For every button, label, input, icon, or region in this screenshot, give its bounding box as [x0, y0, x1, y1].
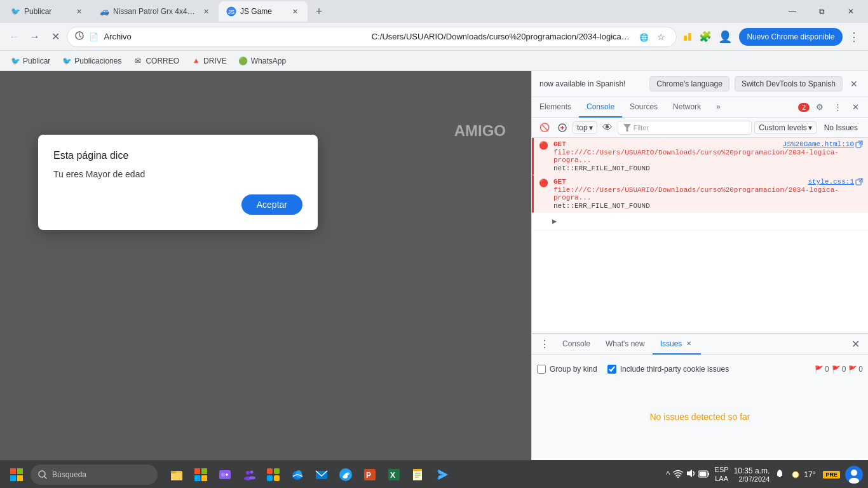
console-error-text-2: net::ERR_FILE_NOT_FOUND — [553, 202, 863, 210]
address-bar[interactable]: 📄 Archivo C:/Users/USUARIO/Downloads/cur… — [67, 27, 677, 47]
error-icon-2: 🔴 — [539, 179, 548, 188]
console-link-1[interactable]: JS%20Game.html:10 — [783, 140, 863, 148]
bookmark-correo[interactable]: ✉ CORREO — [128, 53, 184, 69]
console-link-2[interactable]: style.css:1 — [808, 178, 863, 186]
bookmark-publicaciones[interactable]: 🐦 Publicaciones — [57, 53, 126, 69]
taskbar-app-powerpoint[interactable]: P — [358, 463, 381, 486]
issues-tab-close[interactable]: ✕ — [684, 339, 693, 348]
new-tab-button[interactable]: + — [310, 3, 328, 20]
bookmark-correo-icon: ✉ — [133, 56, 143, 66]
lang-devtools-button[interactable]: Switch DevTools to Spanish — [735, 76, 843, 92]
forward-button[interactable]: → — [25, 27, 43, 47]
translate-icon[interactable]: 🌐 — [637, 29, 652, 44]
weather-widget[interactable]: 17° — [790, 469, 815, 480]
taskbar-app-vscode[interactable] — [431, 463, 454, 486]
close-button[interactable]: ✕ — [836, 0, 865, 23]
back-button[interactable]: ← — [5, 27, 23, 47]
svg-rect-46 — [413, 469, 422, 471]
tab-jsgame[interactable]: JS JS Game ✕ — [219, 1, 308, 22]
context-selector[interactable]: top ▾ — [573, 121, 597, 134]
levels-selector[interactable]: Custom levels ▾ — [754, 121, 816, 134]
bookmark-publicaciones-icon: 🐦 — [62, 56, 72, 66]
devtools-close-button[interactable]: ✕ — [848, 100, 863, 115]
eye-button[interactable]: 👁 — [600, 120, 615, 135]
devtools-settings-button[interactable]: ⚙ — [812, 100, 827, 115]
bookmark-drive[interactable]: 🔺 DRIVE — [186, 53, 232, 69]
devtools-tab-sources[interactable]: Sources — [622, 97, 665, 118]
maximize-button[interactable]: ⧉ — [807, 0, 836, 23]
taskbar-app-teams[interactable] — [238, 463, 261, 486]
tab-jsgame-close[interactable]: ✕ — [290, 6, 300, 17]
clear-console-button[interactable]: 🚫 — [537, 120, 552, 135]
tab-nissan-close[interactable]: ✕ — [201, 6, 211, 17]
include-third-party-checkbox[interactable] — [607, 365, 616, 374]
svg-point-38 — [295, 470, 302, 478]
profile-btn[interactable]: 👤 — [716, 27, 734, 47]
bottom-panel-close[interactable]: ✕ — [848, 337, 863, 352]
tab-nissan[interactable]: 🚙 Nissan Patrol Grx 4x4 3000cc M ✕ — [92, 1, 219, 22]
bookmark-icon[interactable]: ☆ — [653, 29, 668, 44]
devtools-tab-console[interactable]: Console — [579, 97, 622, 118]
taskbar-app-store[interactable] — [262, 463, 285, 486]
wifi-icon[interactable] — [673, 468, 683, 480]
console-expand-btn[interactable]: ▶ — [552, 215, 557, 227]
tab-nissan-favicon: 🚙 — [99, 6, 109, 17]
tab-publicar[interactable]: 🐦 Publicar ✕ — [3, 1, 92, 22]
dialog-accept-button[interactable]: Aceptar — [241, 194, 302, 215]
tab-publicar-favicon: 🐦 — [10, 6, 20, 17]
taskbar-app-arcade[interactable] — [214, 463, 236, 486]
chrome-menu-button[interactable]: ⋮ — [845, 27, 863, 47]
taskbar-app-windows[interactable] — [189, 463, 212, 486]
console-filter-input[interactable]: Filter — [618, 121, 752, 135]
lang-chrome-button[interactable]: Chrome's language — [649, 76, 729, 92]
bp-tab-whats-new[interactable]: What's new — [598, 334, 653, 355]
bottom-panel-tabs: ⋮ Console What's new Issues ✕ ✕ — [532, 334, 868, 355]
svg-point-30 — [250, 470, 254, 473]
start-button[interactable] — [5, 463, 28, 486]
battery-icon[interactable] — [698, 470, 710, 480]
tab-publicar-close[interactable]: ✕ — [74, 6, 84, 17]
console-msg-line1-1: GET JS%20Game.html:10 — [553, 140, 863, 148]
taskbar-app-mail[interactable] — [310, 463, 333, 486]
chrome-update-button[interactable]: Nuevo Chrome disponible — [739, 28, 842, 46]
bookmark-whatsapp-icon: 🟢 — [238, 56, 248, 66]
devtools-tab-more[interactable]: » — [709, 97, 728, 118]
svg-point-32 — [249, 476, 255, 479]
console-msg-content-2: GET style.css:1 file:///C:/Users/USUARIO… — [553, 178, 863, 210]
group-by-kind-label[interactable]: Group by kind — [537, 365, 597, 374]
minimize-button[interactable]: — — [778, 0, 807, 23]
taskbar-app-edge[interactable] — [286, 463, 309, 486]
user-avatar[interactable] — [845, 466, 863, 484]
bottom-panel-menu-btn[interactable]: ⋮ — [537, 337, 552, 352]
chevron-up-icon[interactable]: ^ — [666, 470, 670, 480]
filter-toggle-button[interactable] — [555, 120, 570, 135]
devtools-tab-network[interactable]: Network — [665, 97, 709, 118]
svg-point-50 — [677, 477, 678, 478]
notifications-icon[interactable] — [775, 468, 785, 480]
volume-icon[interactable] — [686, 468, 696, 480]
svg-line-17 — [44, 477, 46, 478]
taskbar-search[interactable]: Búsqueda — [31, 464, 158, 485]
lang-indicator: ESP LAA — [715, 466, 729, 482]
taskbar-app-files[interactable] — [165, 463, 188, 486]
devtools-tab-elements[interactable]: Elements — [532, 97, 579, 118]
taskbar-app-excel[interactable]: X — [383, 463, 405, 486]
bookmark-publicar[interactable]: 🐦 Publicar — [5, 53, 55, 69]
console-toolbar: 🚫 top ▾ 👁 Filter Custom levels ▾ No Is — [532, 118, 868, 138]
extension-btn1[interactable] — [679, 28, 695, 46]
bookmark-whatsapp[interactable]: 🟢 WhatsApp — [233, 53, 291, 69]
extension-btn2[interactable]: 🧩 — [698, 28, 714, 46]
devtools-tabs: Elements Console Sources Network » 2 ⚙ ⋮… — [532, 97, 868, 118]
include-third-party-label[interactable]: Include third-party cookie issues — [607, 365, 729, 374]
bp-tab-issues[interactable]: Issues ✕ — [653, 334, 702, 355]
reload-button[interactable]: ✕ — [46, 27, 64, 47]
group-by-kind-checkbox[interactable] — [537, 365, 546, 374]
no-issues-badge[interactable]: No Issues — [819, 122, 863, 133]
bp-tab-console[interactable]: Console — [555, 334, 598, 355]
bookmarks-bar: 🐦 Publicar 🐦 Publicaciones ✉ CORREO 🔺 DR… — [0, 51, 868, 71]
lang-notification-close[interactable]: ✕ — [848, 78, 860, 90]
taskbar-app-notepad[interactable] — [407, 463, 430, 486]
devtools-more-button[interactable]: ⋮ — [830, 100, 845, 115]
taskbar-app-twitter[interactable] — [334, 463, 357, 486]
svg-rect-23 — [194, 475, 200, 481]
